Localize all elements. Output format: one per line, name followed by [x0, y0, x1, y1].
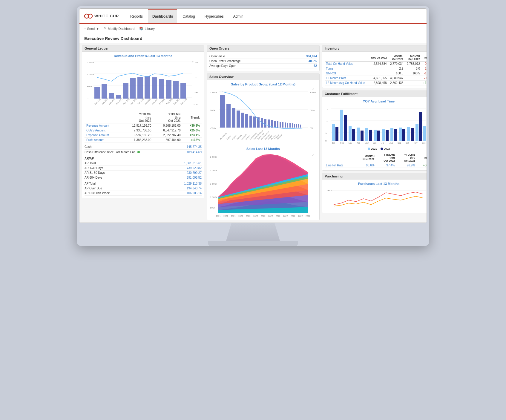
svg-text:0: 0	[87, 97, 88, 100]
inventory-body: Nov 26 2022 MONTHOct 2022 MONTHSep 2022 …	[322, 52, 427, 88]
ar-60plus-row: AR 60+ Days 391,095.52	[85, 175, 202, 180]
legend-2021-label: 2021	[371, 147, 377, 150]
nav-admin[interactable]: Admin	[229, 9, 248, 23]
svg-text:0: 0	[325, 140, 327, 142]
gl-row-cogs: CoGS Amount 7,933,758.50 6,347,912.70 +2…	[85, 128, 202, 133]
12month-profit-label[interactable]: 12 Month Profit	[325, 76, 369, 81]
12month-avg-trend: +1.3%	[421, 81, 427, 85]
nav-reports[interactable]: Reports	[126, 9, 147, 23]
ar-31-60-value[interactable]: 230,799.27	[187, 171, 202, 174]
nav-catalog[interactable]: Catalog	[178, 9, 199, 23]
total-on-hand-col1: 2,544,684	[369, 62, 388, 66]
svg-text:Zapco: Zapco	[226, 135, 231, 140]
svg-rect-135	[399, 128, 402, 141]
cf-col-ytd1: YTDLMEthruOct 2022	[376, 153, 396, 163]
ap-overdue-value[interactable]: 194,340.74	[187, 187, 202, 190]
expense-trend: +23.1%	[183, 133, 202, 138]
svg-text:Sep: Sep	[398, 142, 401, 144]
nav-hypercubes[interactable]: Hypercubes	[200, 9, 228, 23]
revenue-col2: 9,868,185.00	[153, 123, 182, 128]
nav-dashboards[interactable]: Dashboards	[148, 9, 177, 23]
cash-diff-value[interactable]: 109,414.69	[187, 151, 202, 154]
ar-60plus-label: AR 60+ Days	[85, 176, 102, 179]
cash-value[interactable]: 145,774.35	[187, 145, 202, 148]
logo-text: WHITE CUP	[94, 14, 119, 18]
oo-profit-pct-label: Open Profit Percentage	[209, 59, 241, 63]
svg-text:2022: 2022	[291, 215, 295, 217]
total-on-hand-label[interactable]: Total On Hand Value	[325, 62, 369, 66]
open-orders-panel: Open Orders Open Value 384,924 Open Prof…	[207, 45, 320, 71]
svg-text:2 500k: 2 500k	[210, 156, 217, 158]
cogs-trend: +25.0%	[183, 128, 202, 133]
svg-text:5: 5	[325, 132, 327, 135]
gl-chart-svg: 2 400k 1 600k 800k 0 50 0 -50 -100	[85, 59, 201, 110]
sales-last-13-chart: ⤢ 2 500k 2 000k 1 500k 1 000k 500k	[209, 152, 317, 217]
purchasing-header: Purchasing	[322, 173, 427, 180]
gmroi-label[interactable]: GMROI	[325, 71, 369, 76]
svg-text:2021: 2021	[223, 215, 228, 217]
svg-text:1 600k: 1 600k	[87, 73, 94, 76]
sales-by-group-chart: ⤢ 1 800k 600k -600k 120% 60% 0%	[209, 87, 317, 147]
cf-chart-title: YOY Avg. Lead Time	[325, 99, 427, 103]
12month-profit-col3	[404, 76, 421, 81]
svg-rect-69	[287, 123, 288, 128]
ar-1-30-value[interactable]: 739,920.82	[187, 166, 202, 170]
svg-rect-137	[407, 127, 410, 141]
page-title: Executive Review Dashboard	[79, 33, 427, 43]
gl-col-label	[85, 112, 122, 123]
ap-due-this-week-value[interactable]: 106,005.14	[187, 191, 202, 195]
cash-row-2: Cash Difference since Last Month End 109…	[85, 150, 202, 155]
inventory-header: Inventory	[322, 45, 427, 52]
gl-table: YTDLMEthruOct 2022 YTDLMEthruOct 2021 Tr…	[85, 112, 202, 142]
oo-avg-days-value[interactable]: 62	[314, 64, 317, 68]
modify-dashboard-button[interactable]: ✎ Modify Dashboard	[104, 27, 134, 30]
total-on-hand-col2: 2,770,034	[388, 62, 405, 66]
svg-rect-74	[298, 124, 299, 128]
turns-col3: 3.0	[404, 66, 421, 71]
oo-open-value-label: Open Value	[209, 55, 225, 58]
profit-amount-label[interactable]: Profit Amount	[85, 138, 122, 142]
svg-rect-138	[411, 128, 414, 141]
gmroi-col1	[369, 71, 388, 76]
oo-profit-pct-row: Open Profit Percentage 40.6%	[209, 59, 317, 64]
total-on-hand-trend: -0.5%	[421, 62, 427, 66]
turns-label[interactable]: Turns	[325, 66, 369, 71]
send-button[interactable]: ↑ Send ▼	[84, 27, 99, 30]
svg-rect-119	[332, 124, 335, 141]
svg-text:Mar 2022: Mar 2022	[130, 97, 137, 105]
svg-text:Mar: Mar	[349, 142, 352, 144]
ar-total-value[interactable]: 1,361,815.61	[184, 162, 202, 165]
svg-rect-129	[374, 130, 377, 141]
cf-col-trend: Trend:	[416, 153, 427, 163]
oo-open-value-value[interactable]: 384,924	[306, 55, 317, 58]
ar-60plus-value[interactable]: 391,095.52	[187, 176, 202, 179]
inv-row-turns: Turns 2.9 3.0 -2.6%	[325, 66, 427, 71]
svg-rect-68	[285, 122, 286, 128]
revenue-amount-label[interactable]: Revenue Amount	[85, 123, 122, 128]
gmroi-col3: 163.5	[404, 71, 421, 76]
cash-dot	[137, 151, 140, 153]
svg-rect-56	[245, 114, 248, 128]
expense-amount-label[interactable]: Expense Amount	[85, 133, 122, 138]
svg-text:1 000k: 1 000k	[210, 196, 217, 199]
svg-rect-139	[415, 124, 418, 141]
arap-section: AR/AP AR Total 1,361,815.61 AR 1-30 Days…	[85, 157, 202, 196]
svg-text:0: 0	[195, 76, 197, 79]
svg-rect-73	[296, 124, 297, 128]
cf-col-label	[325, 153, 354, 163]
line-fill-rate-label[interactable]: Line Fill Rate	[325, 163, 354, 168]
library-button[interactable]: 📚 Library	[139, 27, 155, 30]
cf-table: MONTHNov 2022 YTDLMEthruOct 2022 YTDLMEt…	[325, 153, 427, 168]
ap-total-value[interactable]: 1,029,113.38	[184, 182, 202, 185]
general-ledger-body: Revenue and Profit % Last 13 Months 2 40…	[82, 52, 204, 198]
12month-avg-col3	[404, 81, 421, 85]
purchasing-chart-svg: ⤢ 1 500k	[325, 187, 427, 211]
12month-avg-label[interactable]: 12 Month Avg On Hand Value	[325, 81, 369, 85]
svg-text:60%: 60%	[310, 109, 315, 112]
cogs-amount-label[interactable]: CoGS Amount	[85, 128, 122, 133]
svg-rect-136	[402, 129, 405, 141]
svg-text:Oct: Oct	[406, 142, 409, 144]
inv-col-oct: MONTHOct 2022	[388, 54, 405, 62]
ar-1-30-label: AR 1-30 Days	[85, 166, 103, 170]
oo-profit-pct-value[interactable]: 40.6%	[309, 59, 317, 63]
